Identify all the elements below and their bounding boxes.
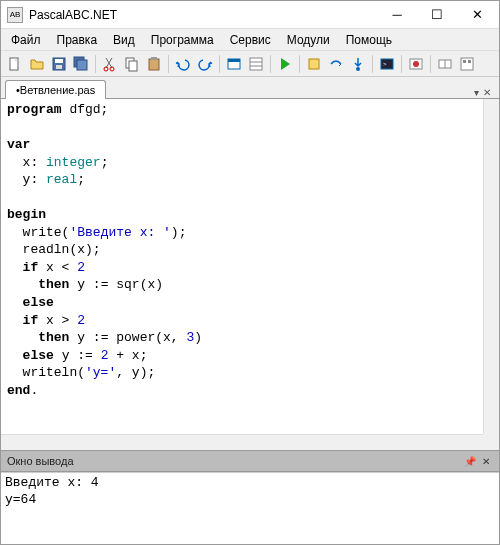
- toolbar-separator: [168, 55, 169, 73]
- code-text: y := power(x,: [69, 330, 186, 345]
- code-text: [7, 313, 23, 328]
- toolbar-separator: [430, 55, 431, 73]
- svg-rect-5: [77, 60, 87, 70]
- output-panel[interactable]: Введите x: 4 y=64: [1, 472, 499, 544]
- type: integer: [46, 155, 101, 170]
- maximize-button[interactable]: ☐: [417, 2, 457, 28]
- code-text: .: [30, 383, 38, 398]
- toolbar-separator: [299, 55, 300, 73]
- svg-rect-14: [250, 58, 262, 70]
- code-text: );: [171, 225, 187, 240]
- minimize-button[interactable]: ─: [377, 2, 417, 28]
- breakpoint-icon[interactable]: [406, 54, 426, 74]
- keyword: then: [38, 277, 69, 292]
- menu-edit[interactable]: Правка: [49, 30, 106, 50]
- menu-view[interactable]: Вид: [105, 30, 143, 50]
- cut-icon[interactable]: [100, 54, 120, 74]
- number: 2: [77, 313, 85, 328]
- menu-help[interactable]: Помощь: [338, 30, 400, 50]
- editor-area: program dfgd; var x: integer; y: real; b…: [1, 99, 499, 450]
- undo-icon[interactable]: [173, 54, 193, 74]
- paste-icon[interactable]: [144, 54, 164, 74]
- save-all-icon[interactable]: [71, 54, 91, 74]
- code-text: ): [194, 330, 202, 345]
- vertical-scrollbar[interactable]: [483, 99, 499, 450]
- svg-rect-17: [309, 59, 319, 69]
- code-text: ;: [101, 155, 109, 170]
- tab-active-file[interactable]: •Ветвление.pas: [5, 80, 106, 99]
- new-file-icon[interactable]: [5, 54, 25, 74]
- keyword: if: [23, 260, 39, 275]
- save-file-icon[interactable]: [49, 54, 69, 74]
- output-panel-title: Окно вывода: [7, 455, 74, 467]
- keyword: else: [23, 295, 54, 310]
- toolbar-separator: [372, 55, 373, 73]
- toolbar-separator: [401, 55, 402, 73]
- code-text: ;: [77, 172, 85, 187]
- scroll-corner: [483, 434, 499, 450]
- svg-rect-27: [468, 60, 471, 63]
- svg-rect-25: [461, 58, 473, 70]
- code-text: , y);: [116, 365, 155, 380]
- copy-icon[interactable]: [122, 54, 142, 74]
- code-text: y := sqr(x): [69, 277, 163, 292]
- menu-file[interactable]: Файл: [3, 30, 49, 50]
- code-text: y :=: [54, 348, 101, 363]
- code-text: [7, 260, 23, 275]
- svg-rect-11: [151, 57, 157, 60]
- horizontal-scrollbar[interactable]: [1, 434, 483, 450]
- code-text: readln(x);: [7, 242, 101, 257]
- code-text: + x;: [108, 348, 147, 363]
- string: 'Введите x: ': [69, 225, 170, 240]
- code-text: dfgd;: [62, 102, 109, 117]
- code-text: x >: [38, 313, 77, 328]
- keyword: end: [7, 383, 30, 398]
- pin-icon[interactable]: 📌: [463, 454, 477, 468]
- run-icon[interactable]: [275, 54, 295, 74]
- code-text: [7, 330, 38, 345]
- menubar: Файл Правка Вид Программа Сервис Модули …: [1, 29, 499, 51]
- svg-rect-13: [228, 59, 240, 62]
- open-file-icon[interactable]: [27, 54, 47, 74]
- menu-program[interactable]: Программа: [143, 30, 222, 50]
- toolbar: >: [1, 51, 499, 77]
- locals-icon[interactable]: [457, 54, 477, 74]
- terminal-icon[interactable]: >: [377, 54, 397, 74]
- new-form-icon[interactable]: [224, 54, 244, 74]
- number: 2: [77, 260, 85, 275]
- svg-rect-9: [129, 61, 137, 71]
- output-panel-header: Окно вывода 📌 ✕: [1, 450, 499, 472]
- code-text: x <: [38, 260, 77, 275]
- panel-close-icon[interactable]: ✕: [479, 454, 493, 468]
- code-text: writeln(: [7, 365, 85, 380]
- svg-rect-3: [56, 65, 62, 69]
- window-title: PascalABC.NET: [27, 8, 377, 22]
- svg-point-18: [356, 67, 360, 71]
- menu-modules[interactable]: Модули: [279, 30, 338, 50]
- watch-icon[interactable]: [435, 54, 455, 74]
- compile-icon[interactable]: [304, 54, 324, 74]
- keyword: program: [7, 102, 62, 117]
- keyword: var: [7, 137, 30, 152]
- redo-icon[interactable]: [195, 54, 215, 74]
- keyword: else: [23, 348, 54, 363]
- step-into-icon[interactable]: [348, 54, 368, 74]
- svg-point-22: [413, 61, 419, 67]
- toolbar-separator: [270, 55, 271, 73]
- svg-rect-26: [463, 60, 466, 63]
- properties-icon[interactable]: [246, 54, 266, 74]
- tabbar: •Ветвление.pas ▾ ✕: [1, 77, 499, 99]
- step-over-icon[interactable]: [326, 54, 346, 74]
- tab-close-icon[interactable]: ✕: [483, 87, 491, 98]
- type: real: [46, 172, 77, 187]
- code-text: [7, 295, 23, 310]
- svg-text:>: >: [383, 61, 387, 67]
- string: 'y=': [85, 365, 116, 380]
- code-text: x:: [7, 155, 46, 170]
- menu-service[interactable]: Сервис: [222, 30, 279, 50]
- close-button[interactable]: ✕: [457, 2, 497, 28]
- tab-dropdown-icon[interactable]: ▾: [474, 87, 479, 98]
- code-editor[interactable]: program dfgd; var x: integer; y: real; b…: [1, 99, 499, 450]
- code-text: write(: [7, 225, 69, 240]
- toolbar-separator: [219, 55, 220, 73]
